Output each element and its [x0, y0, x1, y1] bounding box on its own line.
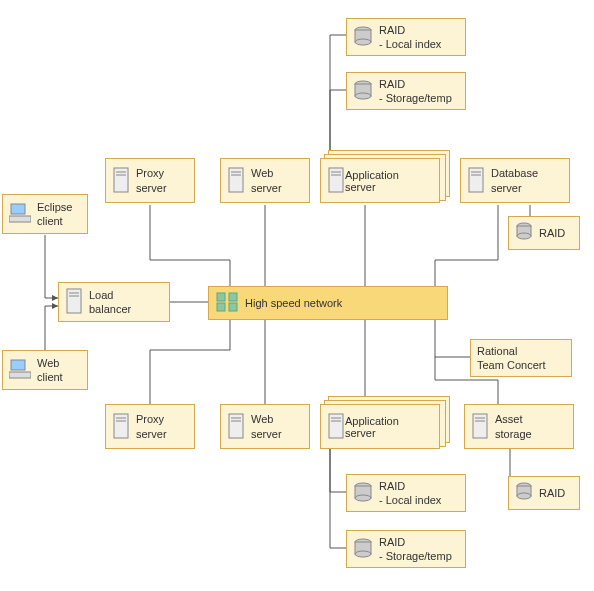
disk-icon [353, 25, 373, 49]
node-web-top: Webserver [220, 158, 310, 203]
node-asset-storage: Assetstorage [464, 404, 574, 449]
server-icon [471, 412, 489, 442]
svg-point-27 [517, 233, 531, 239]
node-rtc: RationalTeam Concert [470, 339, 572, 377]
label: Assetstorage [495, 412, 532, 441]
label: RAID- Local index [379, 23, 441, 52]
node-raid-asset: RAID [508, 476, 580, 510]
label: RAID [539, 226, 565, 240]
label: Proxyserver [136, 166, 167, 195]
svg-point-9 [355, 39, 371, 45]
label: RAID- Storage/temp [379, 77, 452, 106]
node-raid-storage-top: RAID- Storage/temp [346, 72, 466, 110]
label: Databaseserver [491, 166, 538, 195]
label: High speed network [245, 296, 342, 310]
node-load-balancer: Loadbalancer [58, 282, 170, 322]
label: Proxyserver [136, 412, 167, 441]
svg-rect-29 [9, 216, 31, 222]
node-db-server: Databaseserver [460, 158, 570, 203]
svg-point-56 [355, 551, 371, 557]
svg-rect-37 [11, 360, 25, 370]
label: RAID [539, 486, 565, 500]
node-raid-local-top: RAID- Local index [346, 18, 466, 56]
disk-icon [353, 481, 373, 505]
label: RAID- Storage/temp [379, 535, 452, 564]
svg-point-53 [355, 495, 371, 501]
label: Applicationserver [345, 169, 399, 193]
node-eclipse-client: Eclipseclient [2, 194, 88, 234]
node-app-bot: Applicationserver [320, 404, 440, 449]
workstation-icon [9, 202, 31, 226]
label: Webclient [37, 356, 63, 385]
label: Applicationserver [345, 415, 399, 439]
workstation-icon [9, 358, 31, 382]
server-icon [327, 166, 345, 196]
node-raid-local-bot: RAID- Local index [346, 474, 466, 512]
server-icon [112, 166, 130, 196]
node-raid-db: RAID [508, 216, 580, 250]
label: Webserver [251, 412, 282, 441]
server-icon [467, 166, 485, 196]
network-icon [215, 291, 239, 315]
label: Loadbalancer [89, 288, 131, 317]
node-network: High speed network [208, 286, 448, 320]
server-icon [227, 166, 245, 196]
svg-point-12 [355, 93, 371, 99]
svg-rect-36 [229, 303, 237, 311]
disk-icon [353, 537, 373, 561]
server-icon [327, 412, 345, 442]
svg-rect-33 [217, 293, 225, 301]
server-icon [65, 287, 83, 317]
svg-rect-28 [11, 204, 25, 214]
svg-rect-38 [9, 372, 31, 378]
server-icon [112, 412, 130, 442]
disk-icon [515, 482, 533, 504]
svg-point-59 [517, 493, 531, 499]
node-proxy-top: Proxyserver [105, 158, 195, 203]
svg-rect-35 [217, 303, 225, 311]
label: Eclipseclient [37, 200, 72, 229]
disk-icon [353, 79, 373, 103]
node-web-client: Webclient [2, 350, 88, 390]
label: Webserver [251, 166, 282, 195]
node-raid-storage-bot: RAID- Storage/temp [346, 530, 466, 568]
server-icon [227, 412, 245, 442]
label: RationalTeam Concert [477, 344, 545, 373]
svg-rect-34 [229, 293, 237, 301]
label: RAID- Local index [379, 479, 441, 508]
node-app-top: Applicationserver [320, 158, 440, 203]
disk-icon [515, 222, 533, 244]
node-proxy-bot: Proxyserver [105, 404, 195, 449]
node-web-bot: Webserver [220, 404, 310, 449]
